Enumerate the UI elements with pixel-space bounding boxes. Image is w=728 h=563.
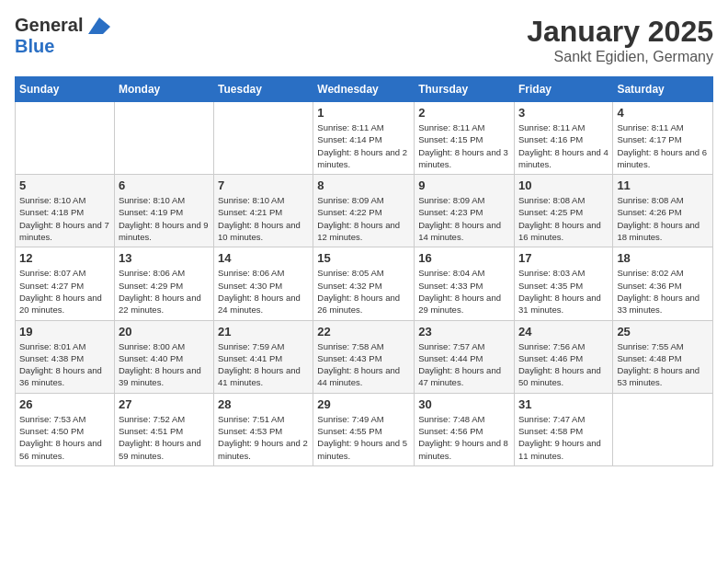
calendar-cell: [16, 102, 115, 175]
calendar-week-3: 12Sunrise: 8:07 AM Sunset: 4:27 PM Dayli…: [16, 247, 713, 320]
calendar-week-4: 19Sunrise: 8:01 AM Sunset: 4:38 PM Dayli…: [16, 320, 713, 393]
calendar-cell: 29Sunrise: 7:49 AM Sunset: 4:55 PM Dayli…: [313, 393, 415, 465]
title-section: January 2025 Sankt Egidien, Germany: [527, 15, 713, 65]
calendar-cell: 22Sunrise: 7:58 AM Sunset: 4:43 PM Dayli…: [313, 320, 415, 393]
calendar-header-friday: Friday: [514, 77, 612, 102]
day-info: Sunrise: 8:10 AM Sunset: 4:21 PM Dayligh…: [218, 194, 309, 243]
calendar-week-2: 5Sunrise: 8:10 AM Sunset: 4:18 PM Daylig…: [16, 175, 713, 247]
day-number: 23: [418, 325, 510, 339]
calendar-cell: 18Sunrise: 8:02 AM Sunset: 4:36 PM Dayli…: [613, 247, 713, 320]
day-info: Sunrise: 8:10 AM Sunset: 4:18 PM Dayligh…: [19, 194, 110, 243]
day-info: Sunrise: 8:11 AM Sunset: 4:14 PM Dayligh…: [317, 121, 410, 170]
day-number: 25: [617, 325, 709, 339]
calendar-cell: [214, 102, 313, 175]
calendar-cell: 16Sunrise: 8:04 AM Sunset: 4:33 PM Dayli…: [415, 247, 515, 320]
day-number: 7: [218, 178, 309, 192]
day-number: 13: [119, 251, 210, 265]
calendar-cell: 21Sunrise: 7:59 AM Sunset: 4:41 PM Dayli…: [214, 320, 313, 393]
day-number: 6: [119, 178, 210, 192]
day-info: Sunrise: 7:53 AM Sunset: 4:50 PM Dayligh…: [19, 413, 110, 462]
day-number: 2: [418, 106, 510, 120]
day-info: Sunrise: 8:06 AM Sunset: 4:30 PM Dayligh…: [218, 267, 309, 316]
calendar-table: SundayMondayTuesdayWednesdayThursdayFrid…: [15, 76, 713, 466]
calendar-cell: 11Sunrise: 8:08 AM Sunset: 4:26 PM Dayli…: [613, 175, 713, 247]
day-info: Sunrise: 8:09 AM Sunset: 4:23 PM Dayligh…: [418, 194, 510, 243]
calendar-cell: 4Sunrise: 8:11 AM Sunset: 4:17 PM Daylig…: [613, 102, 713, 175]
calendar-cell: 12Sunrise: 8:07 AM Sunset: 4:27 PM Dayli…: [16, 247, 115, 320]
day-number: 29: [317, 397, 410, 411]
day-number: 31: [518, 397, 609, 411]
day-info: Sunrise: 7:59 AM Sunset: 4:41 PM Dayligh…: [218, 340, 309, 389]
calendar-header-monday: Monday: [114, 77, 213, 102]
day-number: 16: [418, 251, 510, 265]
day-number: 18: [617, 251, 709, 265]
day-number: 17: [518, 251, 609, 265]
day-info: Sunrise: 8:03 AM Sunset: 4:35 PM Dayligh…: [518, 267, 609, 316]
calendar-cell: 5Sunrise: 8:10 AM Sunset: 4:18 PM Daylig…: [16, 175, 115, 247]
calendar-header-wednesday: Wednesday: [313, 77, 415, 102]
day-number: 14: [218, 251, 309, 265]
calendar-header-saturday: Saturday: [613, 77, 713, 102]
calendar-cell: [613, 393, 713, 465]
calendar-cell: 19Sunrise: 8:01 AM Sunset: 4:38 PM Dayli…: [16, 320, 115, 393]
day-info: Sunrise: 8:07 AM Sunset: 4:27 PM Dayligh…: [19, 267, 110, 316]
day-number: 4: [617, 106, 709, 120]
day-number: 9: [418, 178, 510, 192]
day-number: 27: [119, 397, 210, 411]
day-number: 1: [317, 106, 410, 120]
day-number: 30: [418, 397, 510, 411]
calendar-cell: 23Sunrise: 7:57 AM Sunset: 4:44 PM Dayli…: [415, 320, 515, 393]
day-info: Sunrise: 8:08 AM Sunset: 4:26 PM Dayligh…: [617, 194, 709, 243]
day-info: Sunrise: 8:11 AM Sunset: 4:15 PM Dayligh…: [418, 121, 510, 170]
day-info: Sunrise: 8:05 AM Sunset: 4:32 PM Dayligh…: [317, 267, 410, 316]
day-info: Sunrise: 8:02 AM Sunset: 4:36 PM Dayligh…: [617, 267, 709, 316]
day-info: Sunrise: 7:55 AM Sunset: 4:48 PM Dayligh…: [617, 340, 709, 389]
calendar-cell: 20Sunrise: 8:00 AM Sunset: 4:40 PM Dayli…: [114, 320, 213, 393]
logo: General Blue: [15, 15, 114, 57]
calendar-cell: [114, 102, 213, 175]
calendar-cell: 25Sunrise: 7:55 AM Sunset: 4:48 PM Dayli…: [613, 320, 713, 393]
day-number: 26: [19, 397, 110, 411]
calendar-cell: 8Sunrise: 8:09 AM Sunset: 4:22 PM Daylig…: [313, 175, 415, 247]
day-number: 22: [317, 325, 410, 339]
calendar-cell: 14Sunrise: 8:06 AM Sunset: 4:30 PM Dayli…: [214, 247, 313, 320]
svg-marker-0: [88, 17, 110, 34]
logo-blue-text: Blue: [15, 36, 54, 57]
calendar-cell: 24Sunrise: 7:56 AM Sunset: 4:46 PM Dayli…: [514, 320, 612, 393]
calendar-cell: 2Sunrise: 8:11 AM Sunset: 4:15 PM Daylig…: [415, 102, 515, 175]
calendar-week-5: 26Sunrise: 7:53 AM Sunset: 4:50 PM Dayli…: [16, 393, 713, 465]
day-info: Sunrise: 7:57 AM Sunset: 4:44 PM Dayligh…: [418, 340, 510, 389]
day-number: 21: [218, 325, 309, 339]
calendar-cell: 1Sunrise: 8:11 AM Sunset: 4:14 PM Daylig…: [313, 102, 415, 175]
day-info: Sunrise: 7:52 AM Sunset: 4:51 PM Dayligh…: [119, 413, 210, 462]
calendar-cell: 9Sunrise: 8:09 AM Sunset: 4:23 PM Daylig…: [415, 175, 515, 247]
calendar-cell: 15Sunrise: 8:05 AM Sunset: 4:32 PM Dayli…: [313, 247, 415, 320]
logo-icon: [85, 16, 114, 36]
calendar-cell: 10Sunrise: 8:08 AM Sunset: 4:25 PM Dayli…: [514, 175, 612, 247]
page-header: General Blue January 2025 Sankt Egidien,…: [15, 15, 713, 65]
calendar-cell: 30Sunrise: 7:48 AM Sunset: 4:56 PM Dayli…: [415, 393, 515, 465]
day-number: 5: [19, 178, 110, 192]
day-info: Sunrise: 8:08 AM Sunset: 4:25 PM Dayligh…: [518, 194, 609, 243]
calendar-cell: 17Sunrise: 8:03 AM Sunset: 4:35 PM Dayli…: [514, 247, 612, 320]
calendar-cell: 3Sunrise: 8:11 AM Sunset: 4:16 PM Daylig…: [514, 102, 612, 175]
day-info: Sunrise: 7:51 AM Sunset: 4:53 PM Dayligh…: [218, 413, 309, 462]
calendar-cell: 26Sunrise: 7:53 AM Sunset: 4:50 PM Dayli…: [16, 393, 115, 465]
calendar-cell: 27Sunrise: 7:52 AM Sunset: 4:51 PM Dayli…: [114, 393, 213, 465]
calendar-cell: 31Sunrise: 7:47 AM Sunset: 4:58 PM Dayli…: [514, 393, 612, 465]
calendar-header-row: SundayMondayTuesdayWednesdayThursdayFrid…: [16, 77, 713, 102]
day-info: Sunrise: 7:58 AM Sunset: 4:43 PM Dayligh…: [317, 340, 410, 389]
day-info: Sunrise: 8:11 AM Sunset: 4:17 PM Dayligh…: [617, 121, 709, 170]
day-info: Sunrise: 8:04 AM Sunset: 4:33 PM Dayligh…: [418, 267, 510, 316]
day-number: 12: [19, 251, 110, 265]
day-info: Sunrise: 8:00 AM Sunset: 4:40 PM Dayligh…: [119, 340, 210, 389]
day-number: 3: [518, 106, 609, 120]
day-number: 24: [518, 325, 609, 339]
calendar-cell: 6Sunrise: 8:10 AM Sunset: 4:19 PM Daylig…: [114, 175, 213, 247]
day-info: Sunrise: 7:49 AM Sunset: 4:55 PM Dayligh…: [317, 413, 410, 462]
day-info: Sunrise: 7:48 AM Sunset: 4:56 PM Dayligh…: [418, 413, 510, 462]
day-info: Sunrise: 8:09 AM Sunset: 4:22 PM Dayligh…: [317, 194, 410, 243]
day-number: 15: [317, 251, 410, 265]
calendar-cell: 28Sunrise: 7:51 AM Sunset: 4:53 PM Dayli…: [214, 393, 313, 465]
calendar-cell: 13Sunrise: 8:06 AM Sunset: 4:29 PM Dayli…: [114, 247, 213, 320]
